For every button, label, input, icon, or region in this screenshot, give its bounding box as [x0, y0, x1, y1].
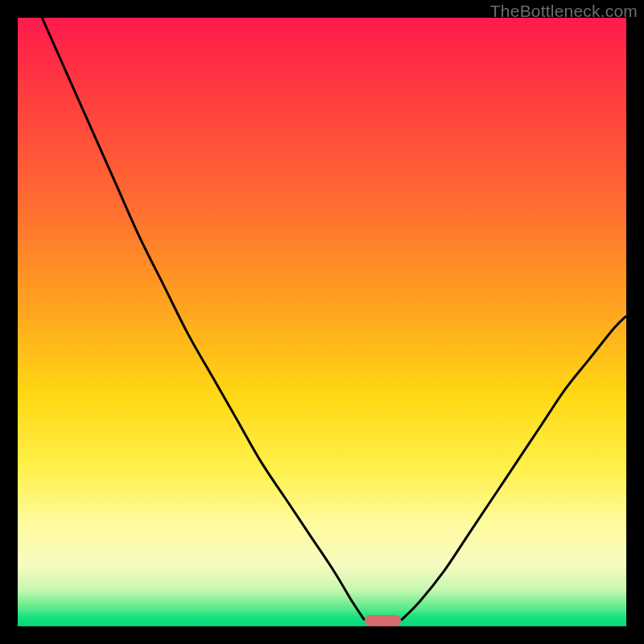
bottleneck-curve — [18, 18, 626, 626]
curve-left-branch — [42, 18, 365, 620]
plot-area — [18, 18, 626, 626]
chart-frame: TheBottleneck.com — [0, 0, 644, 644]
curve-right-branch — [401, 316, 626, 620]
optimal-range-marker — [365, 615, 401, 626]
